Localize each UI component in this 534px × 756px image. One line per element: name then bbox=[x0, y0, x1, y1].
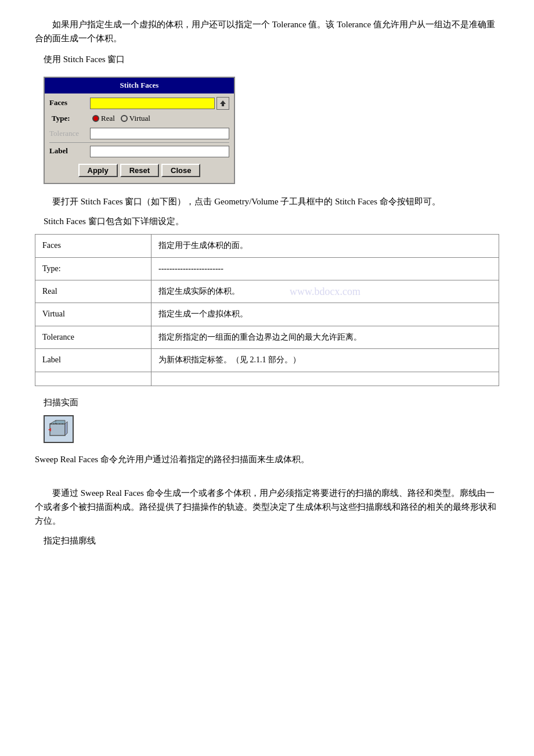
dialog-titlebar: Stitch Faces bbox=[45, 78, 234, 93]
table-row: Real 指定生成实际的体积。 www.bdocx.com bbox=[35, 280, 499, 303]
dialog-body: Faces Type: Real bbox=[45, 93, 234, 183]
apply-button[interactable]: Apply bbox=[78, 164, 118, 177]
virtual-radio-dot bbox=[121, 115, 128, 122]
table-cell-col1: Virtual bbox=[35, 303, 151, 326]
table-row bbox=[35, 372, 499, 386]
table-cell-col2: 为新体积指定标签。（见 2.1.1 部分。） bbox=[151, 349, 499, 372]
table-cell-col2: 指定所指定的一组面的重合边界边之间的最大允许距离。 bbox=[151, 326, 499, 348]
table-cell-col1: Faces bbox=[35, 235, 151, 257]
type-row: Type: Real Virtual bbox=[49, 113, 229, 125]
real-radio-label: Real bbox=[101, 113, 115, 125]
open-description: 要打开 Stitch Faces 窗口（如下图），点击 Geometry/Vol… bbox=[35, 195, 499, 208]
table-cell-col2: ------------------------ bbox=[151, 257, 499, 280]
faces-upload-button[interactable] bbox=[217, 97, 229, 110]
sweep-desc1: Sweep Real Faces 命令允许用户通过沿着指定的路径扫描面来生成体积… bbox=[35, 452, 499, 466]
window-description: Stitch Faces 窗口包含如下详细设定。 bbox=[44, 214, 499, 228]
table-cell-col2: 指定用于生成体积的面。 bbox=[151, 235, 499, 257]
sweep-paragraph-1: 要通过 Sweep Real Faces 命令生成一个或者多个体积，用户必须指定… bbox=[35, 486, 499, 528]
table-row: Tolerance 指定所指定的一组面的重合边界边之间的最大允许距离。 bbox=[35, 326, 499, 348]
reset-button[interactable]: Reset bbox=[120, 164, 159, 177]
svg-rect-1 bbox=[50, 424, 65, 435]
sweep-title: 扫描实面 bbox=[44, 395, 499, 409]
watermark: www.bdocx.com bbox=[290, 283, 360, 300]
tolerance-label: Tolerance bbox=[49, 128, 90, 140]
table-cell-col2 bbox=[151, 372, 499, 386]
sweep-icon-area bbox=[44, 415, 499, 443]
table-cell-col1: Type: bbox=[35, 257, 151, 280]
table-cell-col1 bbox=[35, 372, 151, 386]
faces-row: Faces bbox=[49, 97, 229, 110]
table-row: Faces 指定用于生成体积的面。 bbox=[35, 235, 499, 257]
label-input[interactable] bbox=[90, 146, 229, 157]
stitch-faces-dialog: Stitch Faces Faces Type: Real bbox=[44, 77, 235, 184]
type-label: Type: bbox=[52, 113, 92, 125]
tolerance-row: Tolerance bbox=[49, 128, 229, 140]
faces-label: Faces bbox=[49, 97, 90, 109]
dialog-buttons: Apply Reset Close bbox=[49, 160, 229, 179]
table-cell-col1: Label bbox=[35, 349, 151, 372]
settings-table: Faces 指定用于生成体积的面。 Type: ----------------… bbox=[35, 234, 499, 386]
svg-marker-3 bbox=[65, 422, 67, 435]
use-stitch-faces-label: 使用 Stitch Faces 窗口 bbox=[44, 52, 499, 66]
table-row: Type: ------------------------ bbox=[35, 257, 499, 280]
real-radio-item[interactable]: Real bbox=[92, 113, 115, 125]
table-row: Label 为新体积指定标签。（见 2.1.1 部分。） bbox=[35, 349, 499, 372]
type-radio-group: Real Virtual bbox=[92, 113, 150, 125]
table-cell-col2: 指定生成一个虚拟体积。 bbox=[151, 303, 499, 326]
sweep-icon-box bbox=[44, 415, 74, 443]
virtual-radio-label: Virtual bbox=[129, 113, 150, 125]
table-row: Virtual 指定生成一个虚拟体积。 bbox=[35, 303, 499, 326]
svg-marker-2 bbox=[50, 420, 65, 424]
table-cell-col2-real: 指定生成实际的体积。 www.bdocx.com bbox=[151, 280, 499, 303]
sweep-faces-icon bbox=[48, 419, 70, 439]
table-cell-col1: Tolerance bbox=[35, 326, 151, 348]
close-button[interactable]: Close bbox=[161, 164, 200, 177]
upload-icon bbox=[219, 99, 227, 107]
dialog-container: Stitch Faces Faces Type: Real bbox=[44, 77, 235, 184]
real-radio-dot bbox=[92, 115, 99, 122]
table-cell-col1: Real bbox=[35, 280, 151, 303]
tolerance-input[interactable] bbox=[90, 128, 229, 139]
virtual-radio-item[interactable]: Virtual bbox=[121, 113, 150, 125]
dialog-divider bbox=[49, 142, 229, 143]
intro-paragraph-1: 如果用户指定生成一个虚拟的体积，用户还可以指定一个 Tolerance 值。该 … bbox=[35, 17, 499, 45]
svg-marker-0 bbox=[220, 100, 226, 106]
label-row: Label bbox=[49, 145, 229, 157]
label-label: Label bbox=[49, 145, 90, 157]
faces-input[interactable] bbox=[90, 98, 215, 109]
specify-title: 指定扫描廓线 bbox=[44, 534, 499, 548]
